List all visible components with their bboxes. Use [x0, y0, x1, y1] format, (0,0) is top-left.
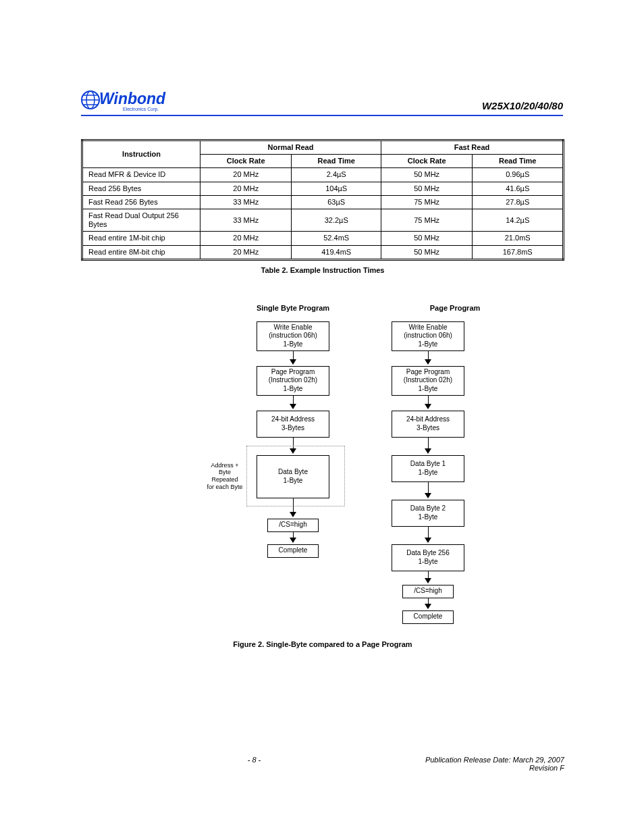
footer-rev: Revision F — [425, 764, 564, 772]
flow-box: 24-bit Address3-Bytes — [392, 411, 464, 438]
flow-box: Write Enable(instruction 06h)1-Byte — [392, 321, 464, 351]
table-caption: Table 2. Example Instruction Times — [81, 266, 564, 274]
table-row: Read 256 Bytes 20 MHz 104µS 50 MHz 41.6µ… — [82, 182, 564, 195]
page-footer: - 8 - Publication Release Date: March 29… — [81, 756, 564, 772]
col-fast-clock: Clock Rate — [381, 155, 472, 168]
flow-box: /CS=high — [267, 519, 319, 532]
part-number: W25X10/20/40/80 — [482, 100, 563, 111]
flow-right-title: Page Program — [387, 304, 522, 312]
col-normal-clock: Clock Rate — [200, 155, 292, 168]
col-fast-time: Read Time — [473, 155, 564, 168]
flow-left-title: Single Byte Program — [225, 304, 360, 312]
flow-box: Data Byte 11-Byte — [392, 455, 464, 482]
footer-page: - 8 - — [248, 756, 261, 772]
col-normal-time: Read Time — [292, 155, 381, 168]
table-row: Read entire 1M-bit chip 20 MHz 52.4mS 50… — [82, 232, 564, 245]
table-row: Read entire 8M-bit chip 20 MHz 419.4mS 5… — [82, 245, 564, 259]
flow-box: Data Byte 2561-Byte — [392, 544, 464, 571]
header-rule — [81, 115, 563, 116]
col-fast-read: Fast Read — [381, 140, 563, 155]
footer-left — [81, 756, 83, 772]
flow-box: Page Program(Instruction 02h)1-Byte — [392, 366, 464, 396]
instruction-times-table: Instruction Normal Read Fast Read Clock … — [81, 139, 564, 261]
col-instruction: Instruction — [82, 140, 200, 168]
table-row: Read MFR & Device ID 20 MHz 2.4µS 50 MHz… — [82, 168, 564, 182]
loop-label: Address + ByteRepeatedfor each Byte — [205, 462, 245, 491]
flow-box: /CS=high — [402, 585, 454, 598]
flow-caption: Figure 2. Single-Byte compared to a Page… — [81, 640, 564, 648]
table-row: Fast Read 256 Bytes 33 MHz 63µS 75 MHz 2… — [82, 195, 564, 209]
table-row: Fast Read Dual Output 256 Bytes 33 MHz 3… — [82, 209, 564, 231]
footer-pub: Publication Release Date: March 29, 2007 — [425, 756, 564, 764]
flow-box: Complete — [402, 610, 454, 624]
flow-box: 24-bit Address3-Bytes — [257, 411, 329, 438]
flow-box: Write Enable(instruction 06h)1-Byte — [257, 321, 329, 351]
flow-box: Page Program(Instruction 02h)1-Byte — [257, 366, 329, 396]
flowcharts: Single Byte Program Write Enable(instruc… — [81, 304, 564, 702]
flow-box: Data Byte 21-Byte — [392, 500, 464, 527]
svg-text:Electronics Corp.: Electronics Corp. — [123, 107, 159, 112]
svg-text:Winbond: Winbond — [99, 90, 166, 107]
col-normal-read: Normal Read — [200, 140, 381, 155]
flow-box: Complete — [267, 544, 319, 558]
flow-box: Data Byte1-Byte — [257, 455, 329, 498]
